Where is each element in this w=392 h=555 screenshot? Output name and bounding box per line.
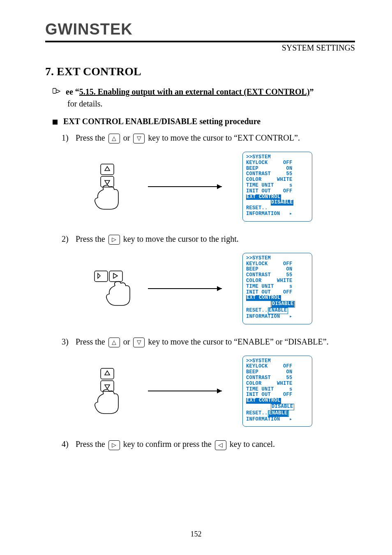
right-key-icon: ▷	[108, 440, 120, 450]
step-text: or	[121, 133, 132, 142]
diagram-step-2: >>SYSTEM KEYLOCK OFF BEEP ON CONTRAST 55…	[78, 253, 355, 324]
arrow-right-icon	[148, 284, 230, 293]
diagram-step-3: >>SYSTEM KEYLOCK OFF BEEP ON CONTRAST 55…	[78, 356, 355, 427]
step-text: key to move the cursor to the right.	[121, 234, 239, 243]
step-2: 2)Press the ▷ key to move the cursor to …	[62, 232, 355, 245]
step-number: 2)	[62, 232, 76, 245]
down-key-icon: ▽	[133, 134, 145, 143]
diagram-step-1: >>SYSTEM KEYLOCK OFF BEEP ON CONTRAST 55…	[78, 152, 355, 222]
press-up-down-icon	[78, 160, 136, 213]
svg-rect-7	[101, 368, 114, 379]
hand-pointer-icon	[53, 88, 62, 95]
pointer-continuation: for details.	[67, 99, 355, 109]
step-number: 4)	[62, 437, 76, 451]
header-section: SYSTEM SETTINGS	[45, 43, 355, 53]
step-text: Press the	[76, 337, 107, 346]
pointer-text: ee “5.15. Enabling output with an extern…	[66, 86, 314, 97]
svg-rect-1	[101, 164, 114, 175]
up-key-icon: △	[108, 338, 120, 347]
press-right-icon	[78, 262, 136, 315]
step-text: key to confirm or press the	[121, 439, 214, 449]
section-title: 7. EXT CONTROL	[45, 65, 355, 78]
brand-logo: GWINSTEK	[45, 21, 355, 38]
pointer-link: 5.15. Enabling output with an external c…	[79, 87, 310, 96]
right-key-icon: ▷	[108, 235, 120, 245]
lcd-screen-2: >>SYSTEM KEYLOCK OFF BEEP ON CONTRAST 55…	[242, 253, 312, 324]
header-rule-thick	[45, 41, 355, 42]
svg-rect-0	[53, 88, 56, 93]
step-number: 3)	[62, 335, 76, 348]
step-1: 1)Press the △ or ▽ key to move the curso…	[62, 131, 355, 144]
step-text: key to move the cursor to “EXT CONTROL”.	[146, 133, 300, 142]
press-up-down-icon	[78, 364, 136, 418]
arrow-right-icon	[148, 387, 230, 395]
square-bullet-icon	[53, 120, 58, 125]
step-text: or	[121, 337, 132, 346]
svg-rect-5	[109, 271, 122, 282]
page-number: 152	[0, 530, 392, 539]
step-3: 3)Press the △ or ▽ key to move the curso…	[62, 335, 355, 348]
procedure-title: EXT CONTROL ENABLE/DISABLE setting proce…	[63, 117, 261, 126]
step-4: 4)Press the ▷ key to confirm or press th…	[62, 437, 355, 451]
svg-rect-4	[95, 271, 108, 282]
left-key-icon: ◁	[215, 440, 226, 450]
arrow-right-icon	[148, 183, 230, 191]
up-key-icon: △	[108, 134, 120, 143]
down-key-icon: ▽	[133, 338, 145, 347]
step-number: 1)	[62, 131, 76, 144]
step-text: Press the	[76, 234, 107, 243]
step-text: Press the	[76, 133, 107, 142]
step-text: key to move the cursor to “ENABLE” or “D…	[146, 337, 328, 346]
pointer-suffix: ”	[310, 87, 314, 96]
lcd-screen-1: >>SYSTEM KEYLOCK OFF BEEP ON CONTRAST 55…	[242, 152, 312, 222]
step-text: Press the	[76, 439, 107, 449]
lcd-screen-3: >>SYSTEM KEYLOCK OFF BEEP ON CONTRAST 55…	[242, 356, 312, 427]
step-text: key to cancel.	[228, 439, 275, 449]
pointer-prefix: ee “	[66, 87, 79, 96]
